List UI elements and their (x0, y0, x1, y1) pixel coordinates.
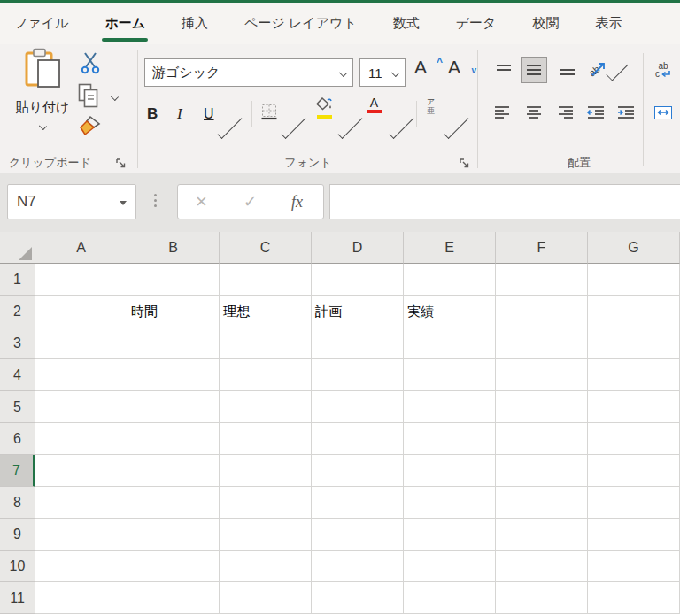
phonetic-chevron-icon[interactable] (444, 114, 469, 139)
orientation-button[interactable]: ab (584, 57, 611, 83)
cell-F3[interactable] (496, 327, 588, 359)
cell-G6[interactable] (588, 423, 680, 455)
row-header-5[interactable]: 5 (0, 391, 35, 423)
column-header-C[interactable]: C (220, 232, 312, 264)
cell-E1[interactable] (404, 264, 496, 296)
copy-chevron-icon[interactable] (111, 93, 119, 101)
clipboard-dialog-launcher-icon[interactable] (115, 157, 128, 169)
row-header-9[interactable]: 9 (0, 519, 35, 551)
cell-C9[interactable] (220, 519, 312, 551)
cell-D11[interactable] (312, 582, 404, 614)
align-top-button[interactable] (491, 57, 517, 83)
cell-F9[interactable] (496, 519, 588, 551)
menu-tab[interactable]: ページ レイアウト (244, 3, 357, 44)
menu-tab[interactable]: ファイル (14, 3, 68, 44)
cell-F1[interactable] (496, 264, 588, 296)
align-center-button[interactable] (521, 99, 547, 126)
menu-tab[interactable]: 数式 (393, 3, 420, 44)
formula-input[interactable] (329, 184, 680, 219)
phonetic-guide-button[interactable]: ア 亜 (427, 97, 435, 131)
cell-B8[interactable] (128, 487, 220, 519)
menu-tab[interactable]: 挿入 (182, 3, 208, 44)
menu-tab[interactable]: データ (456, 3, 497, 44)
fill-color-button[interactable] (315, 97, 333, 131)
cell-B2[interactable]: 時間 (128, 296, 220, 327)
cell-F11[interactable] (496, 582, 588, 614)
row-header-1[interactable]: 1 (0, 264, 35, 296)
font-dialog-launcher-icon[interactable] (459, 157, 471, 169)
cell-E3[interactable] (404, 327, 496, 359)
cell-E5[interactable] (404, 391, 496, 423)
copy-button[interactable] (78, 83, 99, 112)
column-header-G[interactable]: G (588, 232, 680, 264)
cell-C10[interactable] (220, 551, 312, 582)
cancel-icon[interactable]: × (196, 190, 207, 213)
column-header-E[interactable]: E (404, 232, 496, 264)
cell-D2[interactable]: 計画 (312, 296, 404, 327)
italic-button[interactable]: I (177, 97, 182, 131)
cell-E11[interactable] (404, 582, 496, 614)
cell-C7[interactable] (220, 455, 312, 487)
cell-G3[interactable] (588, 327, 680, 359)
cell-F2[interactable] (496, 296, 588, 327)
cell-C2[interactable]: 理想 (220, 296, 312, 327)
cell-F10[interactable] (496, 551, 588, 582)
name-box-dropdown-icon[interactable] (120, 201, 127, 205)
column-header-B[interactable]: B (128, 232, 220, 264)
align-right-button[interactable] (552, 99, 579, 126)
column-header-D[interactable]: D (312, 232, 404, 264)
font-name-combobox[interactable]: 游ゴシック (144, 58, 353, 87)
cell-E8[interactable] (404, 487, 496, 519)
align-middle-button[interactable] (521, 57, 547, 83)
underline-chevron-icon[interactable] (218, 114, 243, 139)
insert-function-icon[interactable]: fx (291, 193, 303, 212)
cell-G9[interactable] (588, 519, 680, 551)
align-bottom-button[interactable] (554, 57, 581, 83)
cell-A11[interactable] (35, 582, 128, 614)
formula-bar-handle-icon[interactable] (154, 194, 157, 207)
cell-D4[interactable] (312, 359, 404, 391)
cell-E4[interactable] (404, 359, 496, 391)
name-box[interactable]: N7 (7, 184, 136, 219)
decrease-font-size-button[interactable]: Av (448, 57, 478, 87)
decrease-indent-button[interactable] (583, 99, 609, 126)
cell-D10[interactable] (312, 551, 404, 582)
row-header-7[interactable]: 7 (0, 455, 35, 487)
cell-E9[interactable] (404, 519, 496, 551)
cell-F4[interactable] (496, 359, 588, 391)
paste-button[interactable]: 貼り付け (9, 48, 76, 166)
bold-button[interactable]: B (147, 97, 158, 131)
cell-D5[interactable] (312, 391, 404, 423)
cell-G7[interactable] (588, 455, 680, 487)
format-painter-button[interactable] (78, 115, 103, 142)
cell-E7[interactable] (404, 455, 496, 487)
cell-A3[interactable] (35, 327, 128, 359)
underline-button[interactable]: U (204, 97, 214, 131)
row-header-8[interactable]: 8 (0, 487, 35, 519)
select-all-button[interactable] (0, 232, 35, 264)
cell-B9[interactable] (128, 519, 220, 551)
borders-button[interactable] (260, 97, 278, 131)
font-size-combobox[interactable]: 11 (359, 58, 406, 87)
menu-tab[interactable]: 校閲 (532, 3, 559, 44)
column-header-F[interactable]: F (496, 232, 588, 264)
cell-A1[interactable] (35, 264, 128, 296)
merge-center-button[interactable] (650, 99, 676, 126)
cell-B4[interactable] (128, 359, 220, 391)
cell-G8[interactable] (588, 487, 680, 519)
cell-C11[interactable] (220, 582, 312, 614)
cell-E10[interactable] (404, 551, 496, 582)
cell-A9[interactable] (35, 519, 128, 551)
wrap-text-button[interactable]: ab c (650, 57, 676, 83)
increase-indent-button[interactable] (613, 99, 639, 126)
cell-A2[interactable] (35, 296, 128, 327)
cell-G11[interactable] (588, 582, 680, 614)
cell-D1[interactable] (312, 264, 404, 296)
cell-C3[interactable] (220, 327, 312, 359)
cell-B7[interactable] (128, 455, 220, 487)
cell-B1[interactable] (128, 264, 220, 296)
cell-G2[interactable] (588, 296, 680, 327)
cell-B3[interactable] (128, 327, 220, 359)
cell-A7[interactable] (35, 455, 128, 487)
cell-G10[interactable] (588, 551, 680, 582)
